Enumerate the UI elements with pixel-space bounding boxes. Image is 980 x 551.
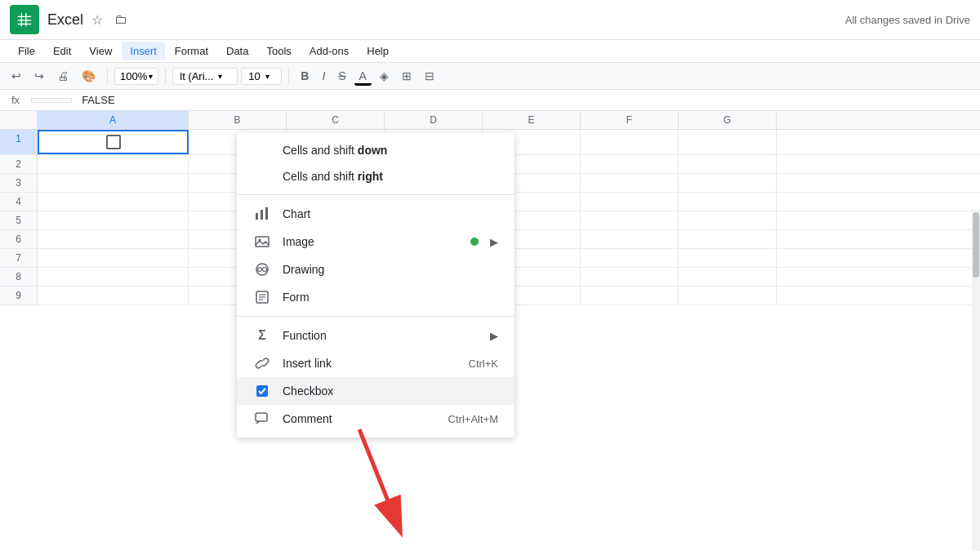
menu-tools[interactable]: Tools xyxy=(258,42,299,60)
checkbox-icon xyxy=(253,384,271,398)
col-header-d[interactable]: D xyxy=(385,111,483,129)
cell-a4[interactable] xyxy=(38,193,189,211)
red-arrow xyxy=(310,421,441,551)
cell-f4[interactable] xyxy=(581,193,679,211)
menu-option-drawing[interactable]: Drawing xyxy=(237,256,514,283)
comment-icon xyxy=(253,411,271,426)
menu-option-insert-link[interactable]: Insert link Ctrl+K xyxy=(237,349,514,377)
cell-f2[interactable] xyxy=(581,155,679,173)
col-header-c[interactable]: C xyxy=(287,111,385,129)
menu-data[interactable]: Data xyxy=(218,42,256,60)
italic-button[interactable]: I xyxy=(317,66,330,86)
cell-f9[interactable] xyxy=(581,287,679,304)
folder-icon[interactable]: 🗀 xyxy=(114,12,127,27)
menu-option-function[interactable]: Σ Function ▶ xyxy=(237,322,514,349)
menu-help[interactable]: Help xyxy=(359,42,397,60)
zoom-selector[interactable]: 100% ▾ xyxy=(114,68,158,85)
menu-option-cells-right[interactable]: Cells and shift right xyxy=(237,163,514,189)
cell-a6[interactable] xyxy=(38,230,189,248)
svg-rect-6 xyxy=(256,213,258,220)
cell-g9[interactable] xyxy=(679,287,777,304)
row-num-9: 9 xyxy=(0,287,38,304)
app-icon xyxy=(10,5,39,34)
cell-a5[interactable] xyxy=(38,211,189,229)
cell-g1[interactable] xyxy=(679,130,777,154)
app-title: Excel xyxy=(47,11,83,29)
undo-button[interactable]: ↩ xyxy=(7,66,26,86)
menu-divider-2 xyxy=(237,316,514,317)
bold-button[interactable]: B xyxy=(296,66,314,86)
spreadsheet-area: A B C D E F G 1 2 xyxy=(0,111,980,548)
title-bar: Excel ☆ 🗀 All changes saved in Drive xyxy=(0,0,980,40)
formula-bar: fx FALSE xyxy=(0,90,980,111)
paint-format-button[interactable]: 🎨 xyxy=(77,66,100,86)
col-header-g[interactable]: G xyxy=(679,111,777,129)
menu-edit[interactable]: Edit xyxy=(45,42,79,60)
cell-a2[interactable] xyxy=(38,155,189,173)
corner-spacer xyxy=(0,111,38,129)
toolbar-sep-1 xyxy=(107,68,108,84)
menu-option-image[interactable]: Image ▶ xyxy=(237,228,514,256)
zoom-value: 100% xyxy=(120,70,147,82)
checkbox-preview xyxy=(106,135,121,149)
cell-g2[interactable] xyxy=(679,155,777,173)
svg-rect-8 xyxy=(265,207,268,220)
cell-g7[interactable] xyxy=(679,249,777,267)
menu-option-form[interactable]: Form xyxy=(237,283,514,311)
svg-point-12 xyxy=(258,268,262,272)
col-header-e[interactable]: E xyxy=(483,111,581,129)
redo-button[interactable]: ↪ xyxy=(29,66,49,86)
menu-view[interactable]: View xyxy=(81,42,120,60)
row-num-8: 8 xyxy=(0,268,38,286)
col-header-b[interactable]: B xyxy=(189,111,287,129)
menu-addons[interactable]: Add-ons xyxy=(301,42,357,60)
font-color-button[interactable]: A xyxy=(354,66,372,86)
cell-f5[interactable] xyxy=(581,211,679,229)
col-header-a[interactable]: A xyxy=(38,111,189,129)
formula-input[interactable]: FALSE xyxy=(78,92,973,108)
insert-link-shortcut: Ctrl+K xyxy=(469,358,498,370)
menu-option-chart[interactable]: Chart xyxy=(237,200,514,228)
cell-f8[interactable] xyxy=(581,268,679,286)
cell-g3[interactable] xyxy=(679,174,777,192)
row-num-1: 1 xyxy=(0,130,38,154)
borders-button[interactable]: ⊞ xyxy=(397,66,416,86)
col-header-f[interactable]: F xyxy=(581,111,679,129)
image-dot xyxy=(470,238,479,246)
menu-format[interactable]: Format xyxy=(167,42,216,60)
cell-g8[interactable] xyxy=(679,268,777,286)
menu-option-cells-down[interactable]: Cells and shift down xyxy=(237,137,514,163)
star-icon[interactable]: ☆ xyxy=(91,12,103,28)
print-button[interactable]: 🖨 xyxy=(52,66,74,86)
fill-color-button[interactable]: ◈ xyxy=(375,66,394,86)
cell-g4[interactable] xyxy=(679,193,777,211)
row-num-5: 5 xyxy=(0,211,38,229)
cell-reference[interactable] xyxy=(31,98,72,103)
menu-insert[interactable]: Insert xyxy=(122,42,165,60)
cell-f6[interactable] xyxy=(581,230,679,248)
cell-f1[interactable] xyxy=(581,130,679,154)
scrollbar-thumb[interactable] xyxy=(973,212,979,278)
cell-f3[interactable] xyxy=(581,174,679,192)
menu-option-checkbox[interactable]: Checkbox xyxy=(237,377,514,405)
chart-label: Chart xyxy=(283,207,498,220)
insert-dropdown-menu: Cells and shift down Cells and shift rig… xyxy=(237,132,514,438)
font-selector[interactable]: lt (Ari... ▾ xyxy=(172,68,238,85)
cell-f7[interactable] xyxy=(581,249,679,267)
cell-a1[interactable] xyxy=(38,130,189,154)
cell-a7[interactable] xyxy=(38,249,189,267)
strikethrough-button[interactable]: S xyxy=(333,66,350,86)
cell-a3[interactable] xyxy=(38,174,189,192)
merge-button[interactable]: ⊟ xyxy=(420,66,439,86)
scrollbar[interactable] xyxy=(972,209,980,551)
font-size-selector[interactable]: 10 ▾ xyxy=(241,68,282,85)
drawing-label: Drawing xyxy=(283,263,498,276)
cell-g6[interactable] xyxy=(679,230,777,248)
cell-g5[interactable] xyxy=(679,211,777,229)
cell-a9[interactable] xyxy=(38,287,189,304)
svg-point-13 xyxy=(263,268,267,272)
cell-a8[interactable] xyxy=(38,268,189,286)
zoom-dropdown-icon: ▾ xyxy=(149,72,153,81)
svg-line-22 xyxy=(359,429,392,511)
menu-file[interactable]: File xyxy=(10,42,43,60)
